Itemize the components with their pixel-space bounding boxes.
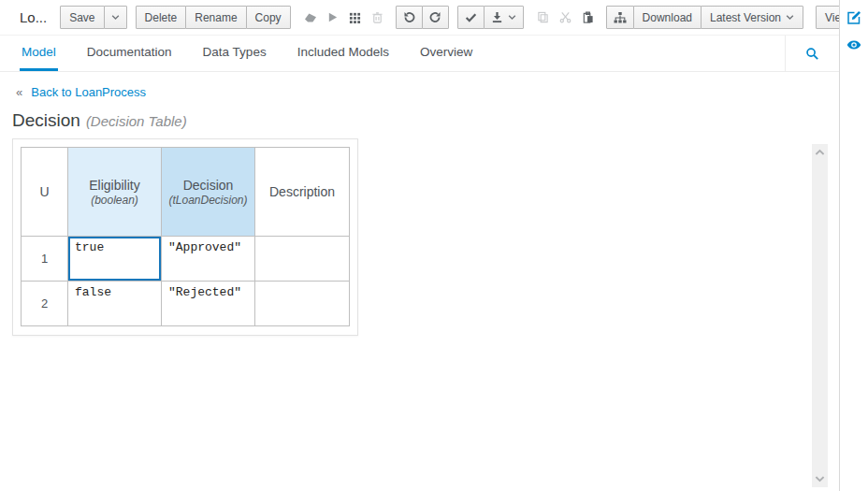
decision-table-header: U Eligibility (boolean) Decision (tLoanD… — [22, 148, 350, 237]
version-group: Download Latest Version — [606, 6, 803, 29]
model-content: «Back to LoanProcess Decision(Decision T… — [0, 72, 839, 336]
save-button[interactable]: Save — [60, 6, 104, 29]
column-header-description[interactable]: Description — [255, 148, 350, 237]
eraser-button[interactable] — [299, 6, 322, 29]
preview-button[interactable] — [846, 37, 861, 52]
delete-button[interactable]: Delete — [136, 6, 187, 29]
import-icon — [491, 11, 503, 23]
cell-description-2[interactable] — [255, 282, 350, 326]
column-header-decision[interactable]: Decision (tLoanDecision) — [162, 148, 255, 237]
row-number-cell[interactable]: 2 — [22, 282, 68, 326]
run-button[interactable] — [322, 6, 344, 29]
chevron-down-icon — [112, 16, 119, 19]
edit-mode-button[interactable] — [846, 10, 861, 25]
undo-icon — [403, 11, 415, 23]
clipboard-icon-group — [532, 6, 600, 29]
asset-title: Lo... — [20, 9, 47, 25]
trash-icon — [371, 11, 383, 23]
paste-button[interactable] — [577, 6, 600, 29]
copy-button[interactable]: Copy — [246, 6, 291, 29]
scroll-down-icon[interactable] — [815, 475, 825, 483]
copy-pages-button[interactable] — [532, 6, 555, 29]
copy-pages-icon — [537, 11, 549, 23]
tab-model[interactable]: Model — [20, 36, 58, 71]
vertical-scrollbar[interactable] — [812, 144, 828, 487]
play-icon — [326, 11, 339, 23]
column-header-eligibility[interactable]: Eligibility (boolean) — [68, 148, 162, 237]
save-menu-button[interactable] — [104, 6, 127, 29]
cut-button[interactable] — [555, 6, 577, 29]
cell-eligibility-1[interactable]: true — [68, 237, 162, 282]
decision-name: Decision — [12, 110, 80, 130]
toolbar: Lo... Save Delete Rename Copy — [0, 0, 839, 36]
grid-icon — [349, 11, 361, 23]
download-button[interactable]: Download — [633, 6, 702, 29]
side-icon-strip — [839, 0, 868, 491]
hit-policy-cell[interactable]: U — [22, 148, 68, 237]
decision-table-container: U Eligibility (boolean) Decision (tLoanD… — [12, 138, 358, 336]
redo-button[interactable] — [422, 6, 449, 29]
back-chevrons: « — [16, 85, 22, 99]
scroll-up-icon[interactable] — [815, 149, 825, 156]
redo-icon — [429, 11, 441, 23]
tab-overview[interactable]: Overview — [418, 36, 474, 71]
breadcrumb: «Back to LoanProcess — [0, 72, 839, 99]
back-to-loanprocess-link[interactable]: Back to LoanProcess — [31, 85, 146, 99]
chevron-down-icon — [786, 14, 794, 21]
check-icon — [465, 11, 477, 23]
tab-bar: Model Documentation Data Types Included … — [0, 36, 839, 72]
eraser-icon — [304, 11, 317, 24]
search-icon — [805, 47, 819, 61]
sitemap-icon — [614, 11, 627, 24]
edit-group: Delete Rename Copy — [136, 6, 291, 29]
undo-button[interactable] — [396, 6, 423, 29]
version-label: Latest Version — [710, 11, 781, 24]
cell-decision-2[interactable]: "Rejected" — [162, 282, 255, 326]
tab-documentation[interactable]: Documentation — [85, 36, 174, 71]
undo-redo-group — [396, 6, 449, 29]
table-row: 2 false "Rejected" — [22, 282, 350, 326]
edit-icon — [846, 10, 861, 25]
row-number-cell[interactable]: 1 — [22, 237, 68, 282]
cell-eligibility-2[interactable]: false — [68, 282, 162, 326]
decision-type: (Decision Table) — [86, 113, 187, 129]
tab-included-models[interactable]: Included Models — [296, 36, 391, 71]
tab-data-types[interactable]: Data Types — [201, 36, 268, 71]
scissors-icon — [559, 11, 571, 23]
decision-table: U Eligibility (boolean) Decision (tLoanD… — [21, 147, 350, 326]
save-group: Save — [60, 6, 126, 29]
validate-import-group — [457, 6, 524, 29]
page-title: Decision(Decision Table) — [12, 110, 839, 131]
search-button[interactable] — [785, 36, 839, 71]
rename-button[interactable]: Rename — [185, 6, 246, 29]
trash-button[interactable] — [367, 6, 389, 29]
cell-decision-1[interactable]: "Approved" — [162, 237, 255, 282]
editor-panel: Lo... Save Delete Rename Copy — [0, 0, 839, 491]
version-select[interactable]: Latest Version — [701, 6, 803, 29]
eye-icon — [846, 37, 861, 52]
import-button[interactable] — [484, 6, 524, 29]
chevron-down-icon — [508, 14, 516, 21]
table-row: 1 true "Approved" — [22, 237, 350, 282]
validate-button[interactable] — [457, 6, 485, 29]
cell-description-1[interactable] — [255, 237, 350, 282]
grid-view-button[interactable] — [344, 6, 367, 29]
editor-icon-group — [299, 6, 389, 29]
paste-icon — [582, 11, 594, 23]
sitemap-button[interactable] — [606, 6, 634, 29]
